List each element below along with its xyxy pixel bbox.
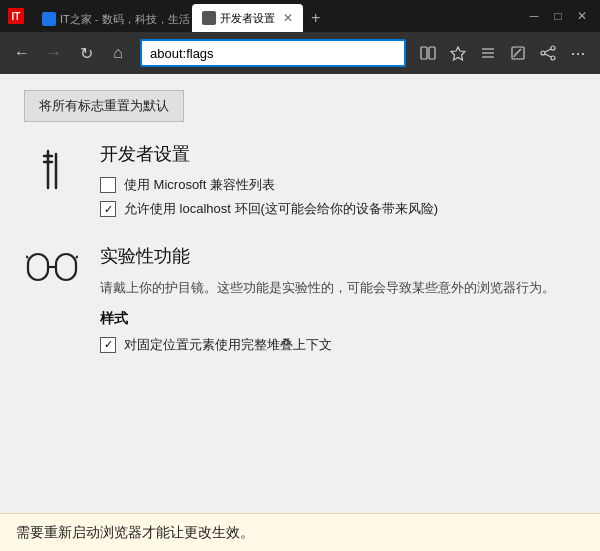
checkbox-stacking[interactable] [100, 337, 116, 353]
experimental-icon [24, 244, 80, 286]
checkbox-row-3: 对固定位置元素使用完整堆叠上下文 [100, 336, 576, 354]
svg-rect-0 [421, 47, 427, 59]
svg-line-8 [514, 55, 515, 57]
checkbox-localhost[interactable] [100, 201, 116, 217]
address-bar[interactable]: about:flags [140, 39, 406, 67]
reset-flags-button[interactable]: 将所有标志重置为默认 [24, 90, 184, 122]
svg-point-9 [541, 51, 545, 55]
titlebar: IT IT之家 - 数码，科技，生活 开发者设置 ✕ + ─ □ ✕ [0, 0, 600, 32]
experimental-section: 实验性功能 请戴上你的护目镜。这些功能是实验性的，可能会导致某些意外的浏览器行为… [24, 244, 576, 360]
experimental-title: 实验性功能 [100, 244, 576, 268]
tab-bar: IT之家 - 数码，科技，生活 开发者设置 ✕ + [32, 0, 516, 32]
svg-rect-6 [512, 47, 524, 59]
svg-point-11 [551, 56, 555, 60]
close-button[interactable]: ✕ [572, 6, 592, 26]
window-controls: ─ □ ✕ [524, 6, 592, 26]
note-icon[interactable] [504, 39, 532, 67]
browser-favicon: IT [8, 8, 24, 24]
tab-inactive-label: IT之家 - 数码，科技，生活 [60, 12, 190, 27]
address-text: about:flags [150, 46, 396, 61]
minimize-button[interactable]: ─ [524, 6, 544, 26]
developer-section-content: 开发者设置 使用 Microsoft 兼容性列表 允许使用 localhost … [100, 142, 576, 224]
tab-active-favicon [202, 11, 216, 25]
svg-line-13 [545, 54, 551, 57]
developer-icon [24, 142, 80, 196]
svg-line-22 [26, 256, 28, 258]
checkbox-row-2: 允许使用 localhost 环回(这可能会给你的设备带来风险) [100, 200, 576, 218]
nav-right-icons: ··· [414, 39, 592, 67]
svg-rect-20 [56, 254, 76, 280]
svg-line-7 [515, 49, 521, 55]
checkbox-ms-compat[interactable] [100, 177, 116, 193]
new-tab-button[interactable]: + [303, 4, 328, 32]
tab-inactive-favicon [42, 12, 56, 26]
svg-rect-1 [429, 47, 435, 59]
developer-title: 开发者设置 [100, 142, 576, 166]
svg-marker-2 [451, 47, 465, 60]
svg-point-10 [551, 46, 555, 50]
reading-mode-icon[interactable] [414, 39, 442, 67]
favorites-icon[interactable] [444, 39, 472, 67]
restore-button[interactable]: □ [548, 6, 568, 26]
experimental-section-content: 实验性功能 请戴上你的护目镜。这些功能是实验性的，可能会导致某些意外的浏览器行为… [100, 244, 576, 360]
share-icon[interactable] [534, 39, 562, 67]
refresh-button[interactable]: ↻ [72, 39, 100, 67]
tab-active[interactable]: 开发者设置 ✕ [192, 4, 303, 32]
developer-section: 开发者设置 使用 Microsoft 兼容性列表 允许使用 localhost … [24, 142, 576, 224]
hub-icon[interactable] [474, 39, 502, 67]
checkbox-ms-compat-label: 使用 Microsoft 兼容性列表 [124, 176, 275, 194]
svg-line-12 [545, 49, 551, 52]
checkbox-localhost-label: 允许使用 localhost 环回(这可能会给你的设备带来风险) [124, 200, 438, 218]
checkbox-stacking-label: 对固定位置元素使用完整堆叠上下文 [124, 336, 332, 354]
home-button[interactable]: ⌂ [104, 39, 132, 67]
tab-active-label: 开发者设置 [220, 11, 275, 26]
content-area: 将所有标志重置为默认 开发者设置 使用 Microsoft 兼容性列表 允许使用… [0, 74, 600, 513]
svg-line-23 [76, 256, 78, 258]
checkbox-row-1: 使用 Microsoft 兼容性列表 [100, 176, 576, 194]
style-label: 样式 [100, 310, 576, 328]
svg-rect-19 [28, 254, 48, 280]
navbar: ← → ↻ ⌂ about:flags [0, 32, 600, 74]
statusbar: 需要重新启动浏览器才能让更改生效。 [0, 513, 600, 551]
back-button[interactable]: ← [8, 39, 36, 67]
experimental-subtitle: 请戴上你的护目镜。这些功能是实验性的，可能会导致某些意外的浏览器行为。 [100, 278, 576, 298]
tab-close-icon[interactable]: ✕ [283, 11, 293, 25]
more-icon[interactable]: ··· [564, 39, 592, 67]
statusbar-text: 需要重新启动浏览器才能让更改生效。 [16, 524, 254, 542]
tab-inactive[interactable]: IT之家 - 数码，科技，生活 [32, 6, 192, 32]
forward-button[interactable]: → [40, 39, 68, 67]
